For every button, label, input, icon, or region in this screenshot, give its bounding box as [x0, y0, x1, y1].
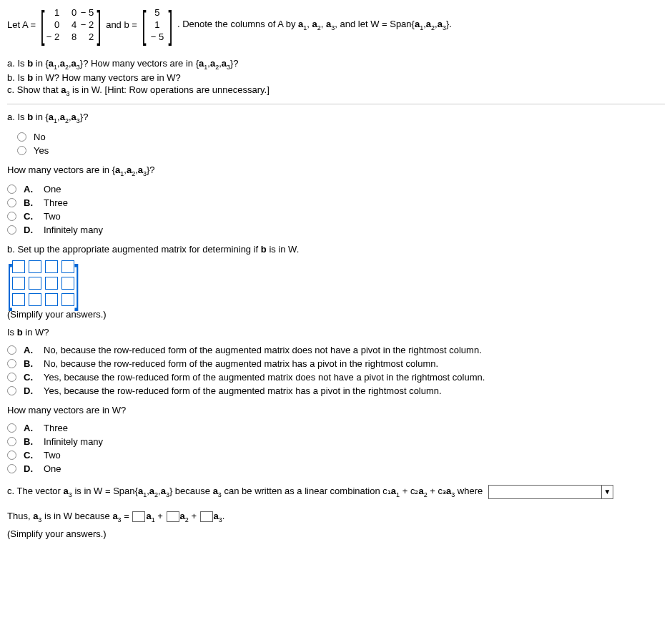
radio-icon[interactable]	[7, 345, 16, 355]
problem-statement: Let A = [ 10− 5 04− 2 − 282 ] and b = [ …	[7, 7, 665, 42]
matrix-input[interactable]	[12, 293, 25, 306]
chevron-down-icon: ▼	[601, 486, 613, 498]
qb2-label: Is b in W?	[7, 327, 665, 338]
matrix-input[interactable]	[61, 293, 74, 306]
qa2-option-c[interactable]: C.Two	[7, 210, 665, 223]
matrix-b: [ 5 1 − 5 ]	[142, 7, 173, 42]
qa2-label: How many vectors are in {a1,a2,a3}?	[7, 164, 665, 177]
matrix-input[interactable]	[29, 293, 41, 306]
question-c: c. Show that a3 is in W. [Hint: Row oper…	[7, 84, 665, 97]
matrix-input[interactable]	[61, 277, 74, 290]
question-a: a. Is b in {a1,a2,a3}? How many vectors …	[7, 58, 665, 71]
matrix-a: [ 10− 5 04− 2 − 282 ]	[40, 7, 102, 42]
qa2-options: A.One B.Three C.Two D.Infinitely many	[7, 182, 665, 237]
qb-hint: (Simplify your answers.)	[7, 309, 665, 320]
coefficient-input-1[interactable]	[132, 511, 145, 522]
qb3-option-d[interactable]: D.One	[7, 462, 665, 476]
radio-icon[interactable]	[7, 184, 16, 194]
qb2-option-a[interactable]: A.No, because the row-reduced form of th…	[7, 343, 665, 357]
matrix-input[interactable]	[12, 260, 25, 273]
and-b-label: and b =	[106, 19, 137, 30]
coefficient-input-2[interactable]	[167, 511, 179, 522]
qb3-label: How many vectors are in W?	[7, 405, 665, 415]
matrix-input[interactable]	[29, 277, 41, 290]
qb3-option-b[interactable]: B.Infinitely many	[7, 435, 665, 448]
radio-icon[interactable]	[7, 373, 16, 382]
matrix-input[interactable]	[29, 260, 41, 273]
matrix-input[interactable]	[45, 293, 58, 306]
qb2-option-d[interactable]: D.Yes, because the row-reduced form of t…	[7, 384, 665, 398]
radio-icon[interactable]	[7, 212, 16, 221]
radio-icon[interactable]	[7, 225, 16, 235]
coefficient-input-3[interactable]	[200, 511, 213, 522]
qa2-option-d[interactable]: D.Infinitely many	[7, 223, 665, 237]
question-list: a. Is b in {a1,a2,a3}? How many vectors …	[7, 52, 665, 104]
denote-text: . Denote the columns of A by a1, a2, a3,…	[177, 19, 452, 31]
matrix-input[interactable]	[12, 277, 25, 290]
qb3-option-a[interactable]: A.Three	[7, 421, 665, 435]
qc2-hint: (Simplify your answers.)	[7, 528, 107, 539]
qb2-option-c[interactable]: C.Yes, because the row-reduced form of t…	[7, 370, 665, 384]
qc2-statement: Thus, a3 is in W because a3 = a1 + a2 + …	[7, 508, 665, 542]
augmented-matrix: [ ]	[7, 260, 665, 306]
let-a-label: Let A =	[7, 19, 36, 30]
qb2-options: A.No, because the row-reduced form of th…	[7, 343, 665, 398]
radio-icon[interactable]	[7, 359, 16, 368]
radio-icon[interactable]	[7, 423, 16, 433]
qb-label: b. Set up the appropriate augmented matr…	[7, 244, 665, 255]
qa-option-no[interactable]: No	[17, 130, 665, 144]
qa2-option-a[interactable]: A.One	[7, 182, 665, 196]
matrix-input[interactable]	[45, 277, 58, 290]
radio-icon[interactable]	[17, 132, 26, 142]
qb2-option-b[interactable]: B.No, because the row-reduced form of th…	[7, 357, 665, 370]
qa2-option-b[interactable]: B.Three	[7, 196, 665, 210]
radio-icon[interactable]	[17, 146, 26, 155]
matrix-input[interactable]	[45, 260, 58, 273]
qb3-option-c[interactable]: C.Two	[7, 448, 665, 462]
radio-icon[interactable]	[7, 198, 16, 207]
matrix-input[interactable]	[61, 260, 74, 273]
qa-label: a. Is b in {a1,a2,a3}?	[7, 112, 665, 124]
qa-options: No Yes	[7, 130, 665, 157]
question-b: b. Is b in W? How many vectors are in W?	[7, 72, 665, 83]
qa-option-yes[interactable]: Yes	[17, 144, 665, 157]
qb3-options: A.Three B.Infinitely many C.Two D.One	[7, 421, 665, 476]
radio-icon[interactable]	[7, 386, 16, 395]
qc-dropdown[interactable]: ▼	[488, 485, 613, 499]
radio-icon[interactable]	[7, 437, 16, 446]
radio-icon[interactable]	[7, 451, 16, 460]
radio-icon[interactable]	[7, 464, 16, 473]
qc-statement: c. The vector a3 is in W = Span{a1,a2,a3…	[7, 483, 665, 501]
